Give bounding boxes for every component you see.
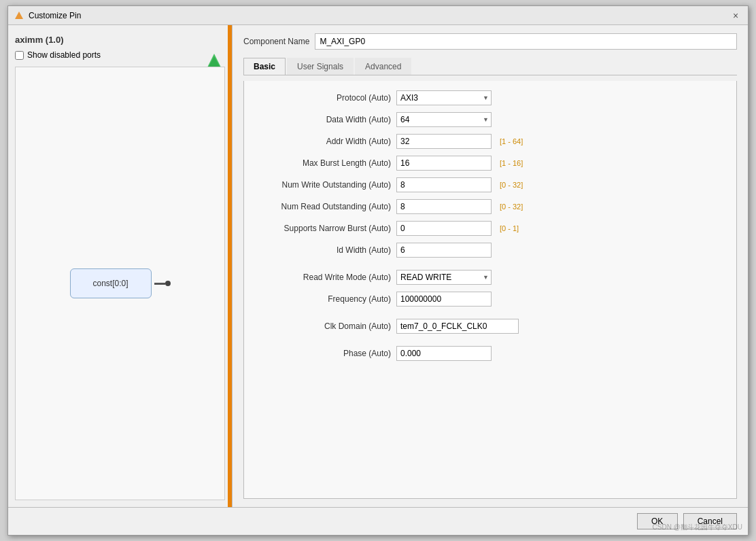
range-read-outstanding: [0 - 32] bbox=[500, 203, 523, 211]
close-button[interactable]: × bbox=[729, 9, 742, 22]
label-clk-domain: Clk Domain (Auto) bbox=[255, 321, 391, 331]
input-write-outstanding[interactable] bbox=[396, 177, 492, 192]
canvas-area: const[0:0] bbox=[15, 67, 225, 500]
left-panel: aximm (1.0) Show disabled ports const[0:… bbox=[8, 25, 233, 507]
form-row-max-burst: Max Burst Length (Auto) [1 - 16] bbox=[255, 156, 725, 171]
input-clk-domain[interactable] bbox=[396, 319, 519, 334]
input-narrow-burst[interactable] bbox=[396, 221, 492, 236]
form-row-phase: Phase (Auto) bbox=[255, 346, 725, 361]
select-wrap-protocol: AXI3 AXI4 AXI4LITE ▼ bbox=[396, 90, 492, 105]
input-addr-width[interactable] bbox=[396, 134, 492, 149]
component-name-input[interactable] bbox=[315, 33, 737, 50]
svg-marker-0 bbox=[15, 12, 23, 19]
label-read-outstanding: Num Read Outstanding (Auto) bbox=[255, 202, 391, 211]
range-addr-width: [1 - 64] bbox=[500, 137, 523, 145]
input-phase[interactable] bbox=[396, 346, 492, 361]
block-label: const[0:0] bbox=[92, 279, 128, 288]
label-write-outstanding: Num Write Outstanding (Auto) bbox=[255, 180, 391, 190]
orange-bar bbox=[228, 25, 232, 507]
select-data-width[interactable]: 32 64 128 256 bbox=[396, 112, 492, 127]
tabs: Basic User Signals Advanced bbox=[243, 58, 737, 75]
customize-pin-dialog: Customize Pin × aximm (1.0) Show disable… bbox=[7, 5, 749, 536]
input-id-width[interactable] bbox=[396, 243, 492, 258]
app-title: aximm (1.0) bbox=[15, 32, 225, 50]
label-phase: Phase (Auto) bbox=[255, 349, 391, 358]
input-max-burst[interactable] bbox=[396, 156, 492, 171]
form-row-narrow-burst: Supports Narrow Burst (Auto) [0 - 1] bbox=[255, 221, 725, 236]
form-row-data-width: Data Width (Auto) 32 64 128 256 ▼ bbox=[255, 112, 725, 127]
form-row-write-outstanding: Num Write Outstanding (Auto) [0 - 32] bbox=[255, 177, 725, 192]
watermark: CSDN @翻斗花园牛夺夺XDU bbox=[653, 523, 742, 532]
dialog-footer: OK Cancel bbox=[8, 507, 748, 535]
block-pin bbox=[154, 283, 165, 285]
range-max-burst: [1 - 16] bbox=[500, 159, 523, 167]
tab-basic[interactable]: Basic bbox=[243, 58, 286, 75]
app-icon bbox=[14, 10, 24, 21]
label-max-burst: Max Burst Length (Auto) bbox=[255, 158, 391, 168]
select-rw-mode[interactable]: READ WRITE READ ONLY WRITE ONLY bbox=[396, 270, 492, 285]
component-name-row: Component Name bbox=[243, 33, 737, 50]
form-row-protocol: Protocol (Auto) AXI3 AXI4 AXI4LITE ▼ bbox=[255, 90, 725, 105]
form-row-id-width: Id Width (Auto) bbox=[255, 243, 725, 258]
select-wrap-data-width: 32 64 128 256 ▼ bbox=[396, 112, 492, 127]
label-addr-width: Addr Width (Auto) bbox=[255, 137, 391, 146]
spacer-1 bbox=[255, 264, 725, 270]
form-row-frequency: Frequency (Auto) bbox=[255, 292, 725, 307]
select-protocol[interactable]: AXI3 AXI4 AXI4LITE bbox=[396, 90, 492, 105]
dialog-title: Customize Pin bbox=[29, 11, 81, 20]
label-frequency: Frequency (Auto) bbox=[255, 294, 391, 304]
label-id-width: Id Width (Auto) bbox=[255, 245, 391, 255]
block-component: const[0:0] bbox=[70, 268, 171, 298]
form-row-addr-width: Addr Width (Auto) [1 - 64] bbox=[255, 134, 725, 149]
label-data-width: Data Width (Auto) bbox=[255, 115, 391, 124]
form-row-clk-domain: Clk Domain (Auto) bbox=[255, 319, 725, 334]
spacer-3 bbox=[255, 341, 725, 346]
tab-content-basic: Protocol (Auto) AXI3 AXI4 AXI4LITE ▼ Dat… bbox=[243, 81, 737, 499]
label-narrow-burst: Supports Narrow Burst (Auto) bbox=[255, 224, 391, 233]
form-row-read-outstanding: Num Read Outstanding (Auto) [0 - 32] bbox=[255, 199, 725, 214]
form-row-rw-mode: Read Write Mode (Auto) READ WRITE READ O… bbox=[255, 270, 725, 285]
spacer-2 bbox=[255, 313, 725, 319]
range-write-outstanding: [0 - 32] bbox=[500, 181, 523, 189]
label-rw-mode: Read Write Mode (Auto) bbox=[255, 273, 391, 282]
label-protocol: Protocol (Auto) bbox=[255, 93, 391, 103]
show-disabled-label: Show disabled ports bbox=[27, 50, 101, 60]
input-read-outstanding[interactable] bbox=[396, 199, 492, 214]
tab-advanced[interactable]: Advanced bbox=[355, 58, 411, 75]
select-wrap-rw-mode: READ WRITE READ ONLY WRITE ONLY ▼ bbox=[396, 270, 492, 285]
component-name-label: Component Name bbox=[243, 37, 309, 46]
title-bar: Customize Pin × bbox=[8, 6, 748, 25]
title-bar-left: Customize Pin bbox=[14, 10, 81, 21]
range-narrow-burst: [0 - 1] bbox=[500, 224, 519, 232]
tab-user-signals[interactable]: User Signals bbox=[287, 58, 354, 75]
show-disabled-checkbox[interactable] bbox=[15, 51, 24, 60]
block-box: const[0:0] bbox=[70, 268, 152, 298]
right-panel: Component Name Basic User Signals Advanc… bbox=[233, 25, 748, 507]
show-disabled-row: Show disabled ports bbox=[15, 50, 225, 60]
block-pin-dot bbox=[165, 281, 171, 286]
dialog-body: aximm (1.0) Show disabled ports const[0:… bbox=[8, 25, 748, 507]
input-frequency[interactable] bbox=[396, 292, 492, 307]
